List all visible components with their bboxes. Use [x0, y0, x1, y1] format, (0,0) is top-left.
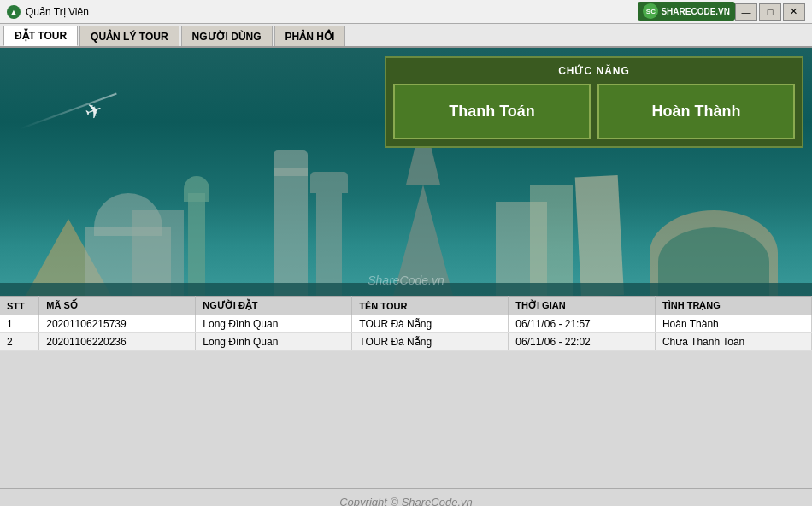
- function-title: CHỨC NĂNG: [393, 65, 795, 77]
- col-tinh-trang: TÌNH TRẠNG: [655, 297, 811, 315]
- airplane-icon: ✈: [82, 97, 106, 125]
- function-panel: CHỨC NĂNG Thanh Toán Hoàn Thành: [385, 56, 803, 148]
- hero-area: ✈ CHỨC NĂNG Thanh Toán Hoàn Thành ShareC…: [0, 48, 812, 296]
- title-bar-controls: — □ ✕: [735, 3, 805, 21]
- tab-phan-hoi[interactable]: PHẢN HỒI: [274, 26, 346, 46]
- footer: Copyright © ShareCode.vn: [0, 488, 812, 506]
- cell-maso-2: 20201106220236: [39, 333, 196, 351]
- cell-nguoidat-1: Long Đình Quan: [196, 315, 352, 333]
- thanh-toan-button[interactable]: Thanh Toán: [393, 84, 591, 139]
- col-thoi-gian: THỜI GIAN: [509, 297, 656, 315]
- col-nguoi-dat: NGƯỜI ĐẶT: [196, 297, 352, 315]
- eiffel-mid: [406, 142, 440, 185]
- col-ma-so: MÃ SỐ: [39, 297, 196, 315]
- logo-text: SHARECODE.VN: [661, 7, 730, 16]
- cell-stt-2: 2: [0, 333, 39, 351]
- cell-thoigian-2: 06/11/06 - 22:02: [509, 333, 656, 351]
- app-icon: ▲: [7, 5, 21, 19]
- eiffel-base: [393, 185, 453, 296]
- title-bar: ▲ Quản Trị Viên SC SHARECODE.VN — □ ✕: [0, 0, 812, 24]
- cell-tinhtrang-2: Chưa Thanh Toán: [655, 333, 811, 351]
- table-area: STT MÃ SỐ NGƯỜI ĐẶT TÊN TOUR THỜI GIAN T…: [0, 296, 812, 351]
- cell-thoigian-1: 06/11/06 - 21:57: [509, 315, 656, 333]
- close-button[interactable]: ✕: [783, 3, 805, 21]
- cell-tinhtrang-1: Hoàn Thành: [655, 315, 811, 333]
- cell-stt-1: 1: [0, 315, 39, 333]
- nav-tabs: ĐẶT TOUR QUẢN LÝ TOUR NGƯỜI DÙNG PHẢN HỒ…: [0, 24, 812, 48]
- pisa-shape: [575, 175, 624, 296]
- cell-tentour-2: TOUR Đà Nẵng: [352, 333, 509, 351]
- window-title: Quản Trị Viên: [26, 6, 89, 18]
- col-ten-tour: TÊN TOUR: [352, 297, 509, 315]
- cell-tentour-1: TOUR Đà Nẵng: [352, 315, 509, 333]
- tab-nguoi-dung[interactable]: NGƯỜI DÙNG: [181, 26, 273, 46]
- cell-nguoidat-2: Long Đình Quan: [196, 333, 352, 351]
- bigben-shape: [274, 168, 308, 296]
- copyright-text: Copyright © ShareCode.vn: [339, 496, 473, 506]
- building-mid-right2: [530, 185, 573, 296]
- skyline: [0, 125, 812, 296]
- tab-quan-ly-tour[interactable]: QUẢN LÝ TOUR: [79, 26, 179, 46]
- title-bar-left: ▲ Quản Trị Viên: [7, 5, 89, 19]
- minimize-button[interactable]: —: [735, 3, 757, 21]
- table-header-row: STT MÃ SỐ NGƯỜI ĐẶT TÊN TOUR THỜI GIAN T…: [0, 297, 812, 315]
- table-row[interactable]: 1 20201106215739 Long Đình Quan TOUR Đà …: [0, 315, 812, 333]
- function-buttons: Thanh Toán Hoàn Thành: [393, 84, 795, 139]
- table-row[interactable]: 2 20201106220236 Long Đình Quan TOUR Đà …: [0, 333, 812, 351]
- maximize-button[interactable]: □: [759, 3, 781, 21]
- sharecode-logo: SC SHARECODE.VN: [638, 2, 735, 21]
- tab-dat-tour[interactable]: ĐẶT TOUR: [3, 26, 78, 46]
- data-table: STT MÃ SỐ NGƯỜI ĐẶT TÊN TOUR THỜI GIAN T…: [0, 296, 812, 351]
- hoan-thanh-button[interactable]: Hoàn Thành: [597, 84, 795, 139]
- col-stt: STT: [0, 297, 39, 315]
- empty-area: [0, 351, 812, 488]
- logo-icon: SC: [643, 3, 658, 19]
- statue-shape: [188, 193, 205, 296]
- main-content: ✈ CHỨC NĂNG Thanh Toán Hoàn Thành ShareC…: [0, 48, 812, 506]
- tower-top-shape: [310, 172, 348, 193]
- eiffel-shape: [393, 185, 453, 296]
- ground-line: [0, 283, 812, 296]
- tower-shape: [316, 193, 342, 296]
- bigben-top-shape: [274, 150, 308, 176]
- cell-maso-1: 20201106215739: [39, 315, 196, 333]
- statue-crown-shape: [184, 176, 209, 202]
